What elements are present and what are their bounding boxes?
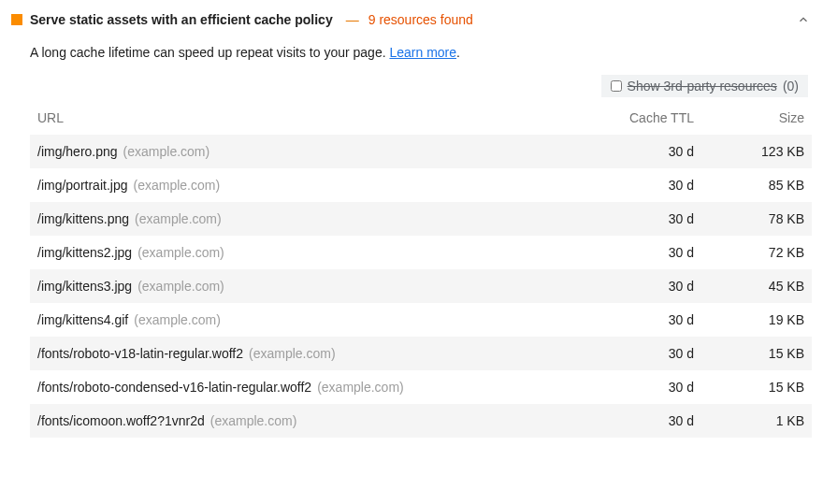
header-url: URL	[37, 110, 584, 125]
url-domain: (example.com)	[123, 144, 210, 159]
url-path: /img/kittens4.gif	[37, 312, 128, 327]
cell-ttl: 30 d	[591, 380, 694, 395]
cell-size: 78 KB	[701, 211, 804, 226]
table-header-row: URL Cache TTL Size	[30, 103, 812, 135]
cell-url: /img/portrait.jpg(example.com)	[37, 178, 584, 193]
table-row: /img/hero.png(example.com)30 d123 KB	[30, 135, 812, 168]
url-path: /fonts/roboto-condensed-v16-latin-regula…	[37, 380, 311, 395]
url-domain: (example.com)	[134, 312, 221, 327]
cell-url: /img/kittens4.gif(example.com)	[37, 312, 584, 327]
third-party-label: Show 3rd-party resources	[628, 79, 777, 94]
cell-url: /img/kittens.png(example.com)	[37, 211, 584, 226]
cell-ttl: 30 d	[591, 312, 694, 327]
url-domain: (example.com)	[135, 211, 222, 226]
cell-url: /fonts/roboto-v18-latin-regular.woff2(ex…	[37, 346, 584, 361]
table-row: /fonts/roboto-v18-latin-regular.woff2(ex…	[30, 337, 812, 370]
cell-size: 19 KB	[701, 312, 804, 327]
cell-ttl: 30 d	[591, 144, 694, 159]
header-ttl: Cache TTL	[591, 110, 694, 125]
cell-ttl: 30 d	[591, 413, 694, 428]
cell-size: 123 KB	[701, 144, 804, 159]
table-row: /fonts/icomoon.woff2?1vnr2d(example.com)…	[30, 404, 812, 438]
url-path: /img/kittens2.jpg	[37, 245, 132, 260]
url-domain: (example.com)	[317, 380, 404, 395]
cell-size: 15 KB	[701, 346, 804, 361]
cell-size: 45 KB	[701, 279, 804, 294]
url-path: /fonts/roboto-v18-latin-regular.woff2	[37, 346, 243, 361]
table-row: /img/kittens.png(example.com)30 d78 KB	[30, 202, 812, 236]
url-path: /img/portrait.jpg	[37, 178, 127, 193]
cell-size: 15 KB	[701, 380, 804, 395]
url-path: /img/kittens3.jpg	[37, 279, 132, 294]
table-row: /img/kittens3.jpg(example.com)30 d45 KB	[30, 269, 812, 303]
cell-ttl: 30 d	[591, 346, 694, 361]
audit-summary: 9 resources found	[368, 12, 473, 27]
url-domain: (example.com)	[133, 178, 220, 193]
cell-ttl: 30 d	[591, 245, 694, 260]
third-party-toggle-row: Show 3rd-party resources (0)	[7, 73, 816, 103]
url-domain: (example.com)	[210, 413, 297, 428]
audit-description: A long cache lifetime can speed up repea…	[7, 32, 816, 73]
collapse-toggle[interactable]	[795, 11, 812, 28]
cell-url: /img/kittens2.jpg(example.com)	[37, 245, 584, 260]
cell-url: /fonts/roboto-condensed-v16-latin-regula…	[37, 380, 584, 395]
table-body: /img/hero.png(example.com)30 d123 KB/img…	[30, 135, 812, 438]
table-row: /img/kittens4.gif(example.com)30 d19 KB	[30, 303, 812, 337]
cell-url: /img/hero.png(example.com)	[37, 144, 584, 159]
description-text: A long cache lifetime can speed up repea…	[30, 45, 389, 60]
cell-url: /img/kittens3.jpg(example.com)	[37, 279, 584, 294]
status-square-icon	[11, 14, 22, 25]
cell-url: /fonts/icomoon.woff2?1vnr2d(example.com)	[37, 413, 584, 428]
url-domain: (example.com)	[249, 346, 336, 361]
cell-size: 1 KB	[701, 413, 804, 428]
chevron-up-icon	[797, 13, 810, 26]
summary-separator: —	[346, 12, 359, 27]
url-path: /fonts/icomoon.woff2?1vnr2d	[37, 413, 205, 428]
url-path: /img/hero.png	[37, 144, 118, 159]
third-party-count: (0)	[783, 79, 799, 94]
table-row: /img/kittens2.jpg(example.com)30 d72 KB	[30, 236, 812, 269]
cell-size: 72 KB	[701, 245, 804, 260]
table-row: /img/portrait.jpg(example.com)30 d85 KB	[30, 168, 812, 202]
description-period: .	[456, 45, 460, 60]
resources-table: URL Cache TTL Size /img/hero.png(example…	[7, 103, 816, 438]
table-row: /fonts/roboto-condensed-v16-latin-regula…	[30, 370, 812, 404]
url-path: /img/kittens.png	[37, 211, 129, 226]
audit-title: Serve static assets with an efficient ca…	[30, 12, 333, 27]
header-size: Size	[701, 110, 804, 125]
third-party-checkbox[interactable]	[611, 80, 622, 92]
learn-more-link[interactable]: Learn more	[389, 45, 456, 60]
third-party-toggle[interactable]: Show 3rd-party resources (0)	[601, 75, 808, 97]
cell-size: 85 KB	[701, 178, 804, 193]
cell-ttl: 30 d	[591, 178, 694, 193]
audit-header[interactable]: Serve static assets with an efficient ca…	[7, 11, 816, 32]
cell-ttl: 30 d	[591, 211, 694, 226]
cell-ttl: 30 d	[591, 279, 694, 294]
url-domain: (example.com)	[137, 245, 224, 260]
url-domain: (example.com)	[137, 279, 224, 294]
